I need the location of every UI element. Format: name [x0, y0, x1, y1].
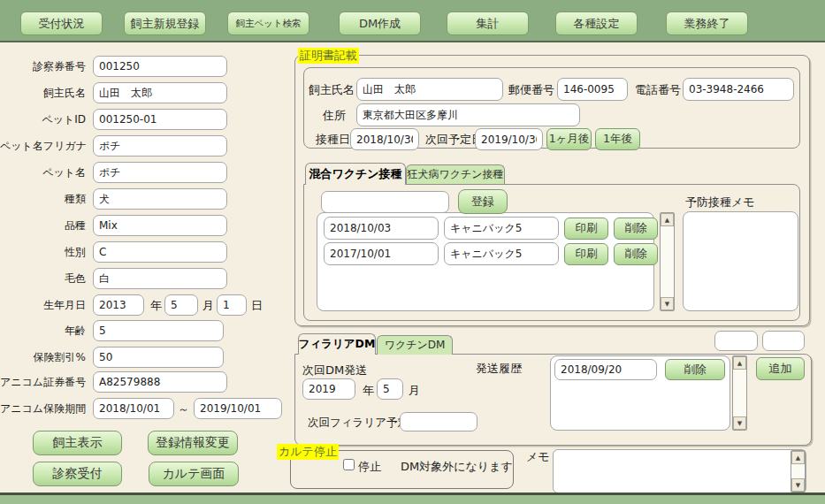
scroll-down-icon[interactable]: ▼ [733, 416, 746, 430]
memo-scrollbar[interactable]: ▲ ▼ [791, 450, 806, 493]
birth-month-input[interactable] [164, 294, 198, 316]
cert-postal-label: 郵便番号 [508, 82, 554, 98]
anicom-period-to-input[interactable] [194, 398, 282, 419]
dm-add-button[interactable]: 追加 [756, 357, 805, 380]
cert-phone-input[interactable] [683, 78, 794, 101]
coat-color-input[interactable] [93, 268, 227, 289]
vaccine-register-button[interactable]: 登録 [458, 189, 508, 214]
pet-kana-input[interactable] [93, 135, 227, 157]
sex-label: 性別 [0, 245, 86, 260]
dm-extra-box-1[interactable] [714, 331, 758, 351]
memo-label: メモ [526, 449, 550, 465]
cert-next-date-input[interactable] [475, 128, 543, 150]
memo-textarea[interactable] [553, 449, 806, 493]
karte-stop-title: カルテ停止 [277, 444, 339, 460]
vaccine-row-date-input[interactable] [324, 217, 439, 240]
certificate-panel-title: 証明書記載 [298, 48, 359, 64]
pet-name-label: ペット名 [0, 165, 86, 180]
one-year-later-button[interactable]: 1年後 [595, 128, 640, 150]
app-window: 受付状況 飼主新規登録 飼主ペット検索 DM作成 集計 各種設定 業務終了 診察… [0, 0, 825, 504]
vaccine-list-scrollbar[interactable]: ▲ ▼ [660, 212, 675, 311]
next-dm-year-input[interactable] [302, 378, 355, 400]
sex-input[interactable] [93, 241, 227, 263]
birth-day-suffix: 日 [251, 298, 263, 314]
toolbar-aggregate-button[interactable]: 集計 [447, 11, 529, 35]
age-input[interactable] [93, 320, 224, 341]
cert-phone-label: 電話番号 [635, 82, 681, 98]
tab-vaccine-dm[interactable]: ワクチンDM [377, 335, 453, 355]
tab-rabies-vaccine[interactable]: 狂犬病ワクチン接種 [406, 164, 505, 184]
breed-input[interactable] [93, 215, 227, 236]
birth-day-input[interactable] [217, 294, 247, 316]
age-label: 年齢 [0, 324, 86, 339]
dm-history-scrollbar[interactable]: ▲ ▼ [732, 355, 747, 431]
pet-id-input[interactable] [93, 109, 227, 130]
scroll-up-icon[interactable]: ▲ [733, 356, 746, 370]
anicom-number-input[interactable] [93, 371, 227, 393]
dm-history-date-input[interactable] [554, 359, 657, 380]
vaccine-row-name-input[interactable] [444, 242, 559, 265]
next-dm-send-label: 次回DM発送 [302, 363, 367, 378]
cert-vaccination-date-input[interactable] [350, 128, 419, 150]
vaccine-row-print-button[interactable]: 印刷 [564, 218, 608, 240]
birth-year-input[interactable] [93, 294, 144, 316]
species-input[interactable] [93, 188, 227, 210]
cert-address-input[interactable] [356, 103, 580, 126]
toolbar-exit-button[interactable]: 業務終了 [666, 11, 748, 35]
breed-label: 品種 [0, 218, 86, 233]
top-toolbar: 受付状況 飼主新規登録 飼主ペット検索 DM作成 集計 各種設定 業務終了 [0, 0, 825, 42]
stop-checkbox[interactable] [343, 459, 355, 470]
birth-month-suffix: 月 [202, 298, 214, 314]
scroll-up-icon[interactable]: ▲ [661, 213, 674, 226]
cert-address-label: 住所 [323, 108, 346, 124]
scroll-down-icon[interactable]: ▼ [791, 478, 805, 492]
vaccine-row-date-input[interactable] [324, 242, 439, 265]
card-number-input[interactable] [93, 56, 227, 77]
anicom-period-from-input[interactable] [93, 398, 174, 419]
anicom-number-label: アニコム証券番号 [0, 375, 86, 390]
toolbar-owner-pet-search-button[interactable]: 飼主ペット検索 [227, 11, 309, 35]
prevention-memo-textarea[interactable] [683, 211, 798, 311]
vaccine-new-entry-input[interactable] [321, 191, 449, 213]
anicom-period-label: アニコム保険期間 [0, 401, 86, 416]
stop-checkbox-label: 停止 [358, 459, 381, 475]
card-number-label: 診察券番号 [0, 59, 86, 74]
dm-excluded-note: DM対象外になります [401, 459, 513, 475]
vaccine-row-delete-button[interactable]: 削除 [614, 218, 658, 240]
insurance-discount-label: 保険割引% [0, 350, 86, 365]
change-registration-button[interactable]: 登録情報変更 [148, 431, 238, 455]
dm-history-delete-button[interactable]: 削除 [665, 359, 725, 380]
scroll-up-icon[interactable]: ▲ [791, 451, 805, 464]
toolbar-reception-status-button[interactable]: 受付状況 [20, 11, 103, 35]
vaccine-row-delete-button[interactable]: 削除 [614, 243, 658, 265]
owner-name-input[interactable] [93, 82, 227, 103]
next-dm-month-input[interactable] [377, 378, 403, 400]
anicom-period-tilde: ～ [178, 401, 189, 417]
vaccine-row-print-button[interactable]: 印刷 [564, 243, 608, 265]
dm-extra-box-2[interactable] [762, 331, 805, 351]
birth-year-suffix: 年 [150, 298, 162, 314]
one-month-later-button[interactable]: 1ヶ月後 [546, 128, 592, 150]
pet-id-label: ペットID [0, 112, 86, 127]
exam-reception-button[interactable]: 診察受付 [33, 462, 122, 486]
vaccine-row-name-input[interactable] [444, 217, 559, 240]
dm-month-suffix: 月 [409, 383, 420, 399]
dm-year-suffix: 年 [363, 383, 374, 399]
show-owner-button[interactable]: 飼主表示 [33, 431, 122, 455]
toolbar-new-owner-button[interactable]: 飼主新規登録 [124, 11, 206, 35]
scroll-down-icon[interactable]: ▼ [661, 297, 674, 310]
toolbar-settings-button[interactable]: 各種設定 [555, 11, 638, 35]
cert-postal-input[interactable] [557, 78, 628, 101]
cert-vaccination-date-label: 接種日 [316, 132, 350, 148]
birthdate-label: 生年月日 [0, 298, 86, 313]
cert-owner-label: 飼主氏名 [309, 82, 355, 98]
owner-name-label: 飼主氏名 [0, 86, 86, 101]
toolbar-dm-create-button[interactable]: DM作成 [339, 11, 421, 35]
tab-mixed-vaccine[interactable]: 混合ワクチン接種 [305, 163, 406, 185]
pet-name-input[interactable] [93, 162, 227, 183]
insurance-discount-input[interactable] [93, 347, 224, 368]
next-filaria-date-input[interactable] [400, 412, 477, 431]
karte-screen-button[interactable]: カルテ画面 [149, 462, 239, 486]
cert-owner-input[interactable] [356, 78, 503, 101]
tab-filaria-dm[interactable]: フィラリアDM [298, 333, 376, 355]
